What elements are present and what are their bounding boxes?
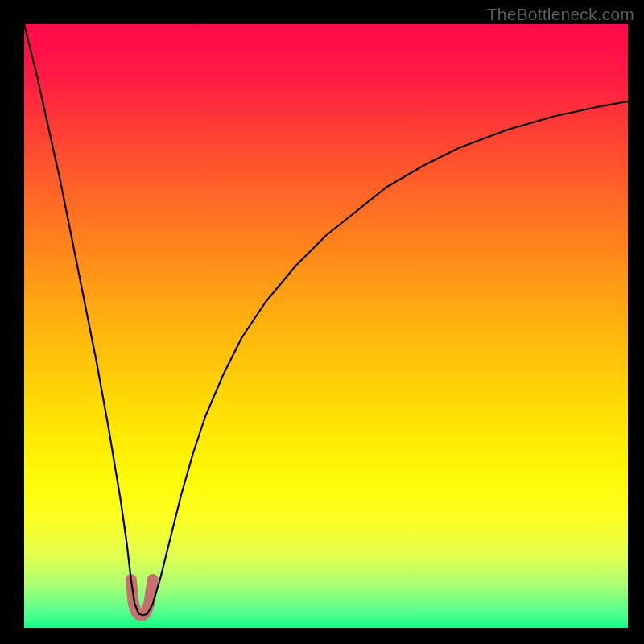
gradient-background: [24, 24, 628, 628]
watermark-text: TheBottleneck.com: [487, 5, 634, 24]
chart-container: [24, 24, 628, 628]
bottleneck-chart: [24, 24, 628, 628]
